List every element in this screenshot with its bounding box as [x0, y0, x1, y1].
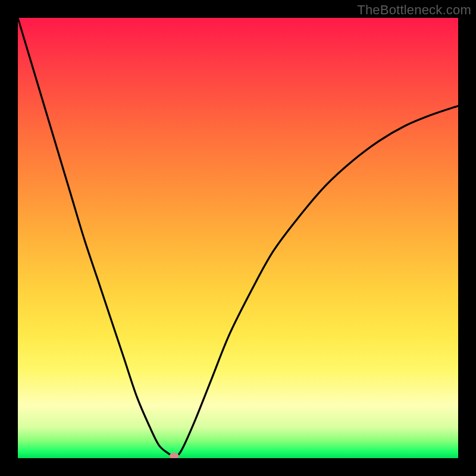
- chart-frame: TheBottleneck.com: [0, 0, 476, 476]
- plot-area: [18, 18, 458, 458]
- curve-svg: [18, 18, 458, 458]
- minimum-marker: [170, 453, 179, 458]
- watermark-text: TheBottleneck.com: [357, 2, 471, 18]
- bottleneck-curve-path: [18, 18, 458, 456]
